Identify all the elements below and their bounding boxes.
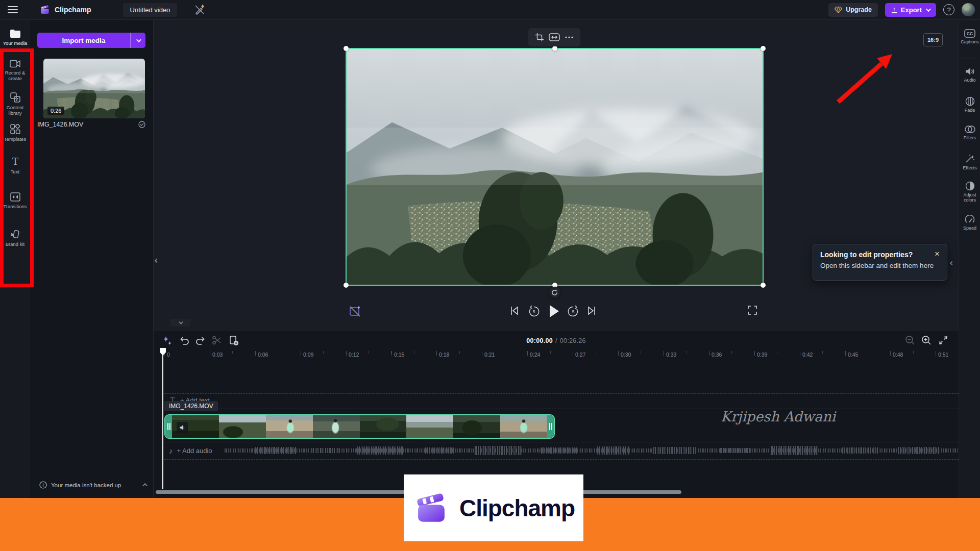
tooltip-close-button[interactable]: × — [935, 251, 940, 258]
play-button[interactable] — [547, 304, 560, 319]
brand-kit-icon — [10, 229, 20, 239]
chevron-left-icon — [155, 259, 159, 263]
sidebar-item-transitions[interactable]: Transitions — [0, 192, 30, 209]
fade-icon — [965, 96, 975, 106]
clip-audio-indicator[interactable] — [177, 422, 188, 433]
import-media-button[interactable]: Import media — [37, 33, 145, 48]
timeline: 00:00.00 / 00:26.26 0 0:03 0:06 0:09 0:1… — [154, 331, 959, 498]
rotate-handle[interactable] — [549, 287, 560, 298]
sidebar-item-speed[interactable]: Speed — [959, 215, 980, 231]
hamburger-menu-icon[interactable] — [8, 6, 18, 13]
track-divider — [164, 442, 959, 442]
left-sidebar: Your media Record & create Content libra… — [0, 20, 30, 498]
auto-captions-disabled-icon[interactable] — [349, 305, 362, 318]
fullscreen-icon[interactable] — [747, 305, 757, 315]
sidebar-item-your-media[interactable]: Your media — [0, 29, 30, 46]
top-bar: Clipchamp Untitled video Upgrade ↑ Expor… — [0, 0, 980, 20]
rotate-icon — [551, 289, 558, 296]
resize-handle-top-left[interactable] — [344, 46, 349, 51]
chevron-down-icon — [179, 320, 183, 324]
app-name: Clipchamp — [55, 6, 91, 14]
project-title-field[interactable]: Untitled video — [123, 3, 178, 17]
resize-handle-top[interactable] — [552, 46, 557, 51]
clip-frame — [453, 415, 500, 438]
speed-gauge-icon — [965, 215, 975, 224]
filters-icon — [965, 125, 975, 134]
zoom-to-fit-icon[interactable] — [938, 335, 948, 345]
clapperboard-icon — [39, 4, 51, 15]
video-frame — [347, 49, 763, 285]
diamond-icon — [835, 7, 842, 13]
help-button[interactable]: ? — [943, 4, 954, 15]
app-logo[interactable]: Clipchamp — [39, 4, 91, 15]
resize-handle-bottom-right[interactable] — [761, 283, 766, 288]
divider — [962, 59, 977, 59]
aspect-ratio-badge[interactable]: 16:9 — [923, 33, 943, 46]
clip-frame — [266, 415, 313, 438]
export-label: Export — [901, 6, 922, 14]
collapse-right-panel-handle[interactable] — [950, 258, 953, 267]
collapse-preview-tab[interactable] — [170, 319, 190, 327]
time-display: 00:00.00 / 00:26.26 — [154, 331, 959, 350]
import-media-dropdown[interactable] — [130, 33, 145, 48]
canvas-toolbar — [528, 28, 580, 46]
trim-handle-right[interactable] — [547, 415, 554, 438]
more-options-icon[interactable] — [565, 36, 574, 39]
sidebar-item-brand-kit[interactable]: Brand kit — [0, 229, 30, 247]
tooltip-title: Looking to edit properties? — [820, 251, 930, 259]
svg-text:5: 5 — [572, 309, 575, 314]
zoom-out-icon[interactable] — [905, 335, 915, 345]
forward-5-icon[interactable]: 5 — [567, 305, 579, 317]
user-avatar[interactable] — [962, 3, 975, 16]
trim-handle-left[interactable] — [165, 415, 172, 438]
sidebar-item-audio[interactable]: Audio — [959, 67, 980, 83]
info-icon: i — [39, 481, 47, 489]
clapperboard-icon — [412, 489, 450, 527]
sidebar-item-text[interactable]: T Text — [0, 157, 30, 174]
rewind-5-icon[interactable]: 5 — [528, 305, 540, 317]
skip-to-start-icon[interactable] — [509, 305, 520, 316]
upload-icon: ↑ — [892, 7, 897, 13]
sidebar-item-fade[interactable]: Fade — [959, 96, 980, 113]
export-button[interactable]: ↑ Export — [885, 3, 936, 17]
media-thumbnail[interactable]: 0:26 — [43, 59, 145, 118]
crop-icon[interactable] — [535, 33, 544, 42]
backup-notice[interactable]: i Your media isn't backed up — [39, 481, 148, 489]
sidebar-item-record-create[interactable]: Record & create — [0, 60, 30, 81]
sidebar-item-content-library[interactable]: Content library — [0, 92, 30, 116]
timeline-toolbar: 00:00.00 / 00:26.26 — [154, 331, 959, 350]
sidebar-item-templates[interactable]: Templates — [0, 124, 30, 142]
fit-aspect-icon[interactable] — [549, 33, 560, 41]
import-media-label: Import media — [37, 37, 130, 44]
add-audio-track[interactable]: ♪ + Add audio — [169, 446, 212, 455]
total-duration: 00:26.26 — [560, 337, 586, 344]
sidebar-item-effects[interactable]: Effects — [959, 154, 980, 170]
svg-text:T: T — [12, 157, 18, 167]
check-circle-icon[interactable] — [138, 121, 145, 128]
footer-brand-name: Clipchamp — [459, 494, 575, 522]
video-canvas[interactable] — [346, 48, 764, 286]
captions-icon: CC — [964, 29, 975, 38]
collapse-left-panel-handle[interactable] — [154, 254, 160, 267]
speaker-icon — [179, 424, 186, 431]
zoom-in-icon[interactable] — [921, 335, 932, 345]
clip-frame — [360, 415, 407, 438]
transitions-icon — [10, 192, 20, 202]
timeline-clip[interactable] — [164, 414, 555, 439]
skip-to-end-icon[interactable] — [586, 305, 597, 316]
music-note-icon: ♪ — [169, 446, 173, 455]
ai-pen-disabled-icon[interactable] — [193, 4, 206, 16]
sidebar-item-adjust-colors[interactable]: Adjust colors — [959, 181, 980, 203]
file-name: IMG_1426.MOV — [37, 121, 83, 128]
clip-frame — [500, 415, 547, 438]
sidebar-item-filters[interactable]: Filters — [959, 125, 980, 140]
resize-handle-top-right[interactable] — [761, 46, 766, 51]
sidebar-item-captions[interactable]: CC Captions — [959, 29, 980, 44]
creator-watermark: Krjipesh Adwani — [721, 409, 836, 424]
upgrade-button[interactable]: Upgrade — [828, 3, 878, 17]
resize-handle-bottom-left[interactable] — [344, 283, 349, 288]
chevron-up-icon[interactable] — [142, 483, 148, 488]
footer-brand-card: Clipchamp — [404, 474, 583, 541]
svg-text:i: i — [43, 483, 44, 488]
timeline-ruler[interactable]: 0 0:03 0:06 0:09 0:12 0:15 0:18 0:21 0:2… — [164, 351, 959, 362]
